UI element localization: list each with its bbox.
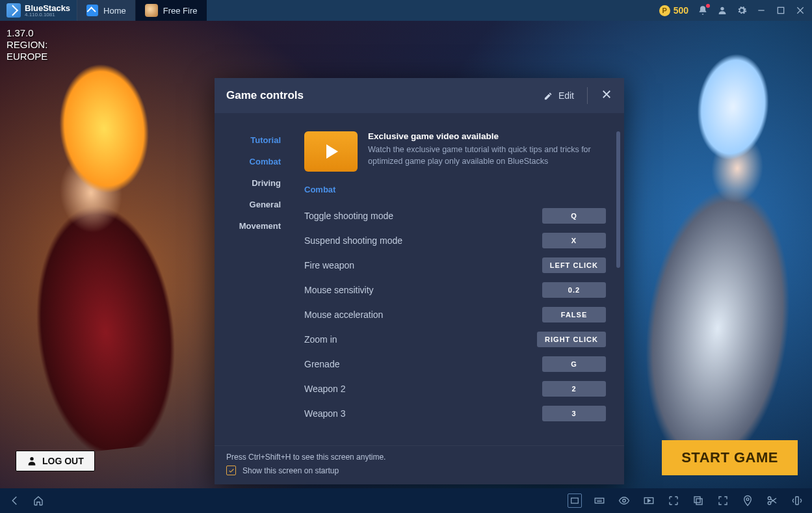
home-icon — [86, 5, 98, 16]
svg-rect-8 — [696, 499, 702, 505]
settings-gear-icon[interactable] — [737, 5, 747, 16]
video-thumbnail — [304, 131, 358, 172]
control-label: Mouse acceleration — [304, 309, 383, 320]
start-game-label: START GAME — [681, 449, 778, 466]
control-row: Mouse sensitivity 0.2 — [304, 278, 606, 302]
titlebar-right: P 500 — [659, 5, 812, 16]
edit-button[interactable]: Edit — [544, 90, 574, 101]
checkbox-label: Show this screen on startup — [242, 466, 339, 475]
tab-free-fire[interactable]: Free Fire — [135, 0, 207, 21]
logout-label: LOG OUT — [42, 456, 84, 466]
svg-rect-13 — [796, 497, 799, 505]
region-value: EUROPE — [7, 51, 47, 62]
svg-point-0 — [720, 7, 724, 10]
key-binding[interactable]: False — [542, 307, 606, 322]
copy-icon[interactable] — [691, 493, 705, 508]
section-heading-combat: Combat — [304, 185, 606, 194]
control-row: Toggle shooting mode Q — [304, 204, 606, 228]
control-row: Weapon 3 3 — [304, 401, 606, 426]
modal-nav: Tutorial Combat Driving General Movement — [215, 113, 291, 445]
control-row: Zoom in Right Click — [304, 327, 606, 352]
game-viewport: 1.37.0 REGION: EUROPE LOG OUT START GAME… — [0, 21, 812, 488]
nav-combat[interactable]: Combat — [250, 157, 291, 166]
start-game-button[interactable]: START GAME — [662, 440, 798, 475]
nav-movement[interactable]: Movement — [239, 221, 291, 231]
control-label: Weapon 2 — [304, 384, 346, 394]
fullscreen-icon[interactable] — [716, 493, 730, 508]
coin-amount: 500 — [674, 5, 688, 16]
key-binding[interactable]: 3 — [542, 406, 606, 421]
keyboard-icon[interactable] — [592, 493, 607, 508]
modal-body: Tutorial Combat Driving General Movement… — [215, 113, 624, 445]
scissors-icon[interactable] — [765, 493, 779, 508]
control-label: Mouse sensitivity — [304, 285, 374, 295]
key-binding[interactable]: Right Click — [537, 332, 606, 347]
control-row: Fire weapon Left Click — [304, 253, 606, 278]
modal-header: Game controls Edit — [215, 78, 624, 113]
system-bar-right — [568, 493, 804, 508]
app-version: 4.110.0.1081 — [25, 12, 70, 18]
bluestacks-logo-icon — [7, 3, 21, 18]
game-info-overlay: 1.37.0 REGION: EUROPE — [7, 27, 47, 62]
media-folder-icon[interactable] — [642, 493, 656, 508]
key-binding[interactable]: Q — [542, 208, 606, 224]
character-art-left — [0, 48, 241, 462]
coin-balance[interactable]: P 500 — [659, 5, 688, 16]
svg-rect-5 — [595, 498, 604, 503]
control-label: Fire weapon — [304, 260, 354, 270]
region-label: REGION: — [7, 39, 47, 51]
control-label: Suspend shooting mode — [304, 235, 402, 246]
brand-name: BlueStacks — [25, 4, 70, 12]
control-label: Toggle shooting mode — [304, 211, 393, 221]
game-controls-modal: Game controls Edit Tutorial Combat Drivi… — [215, 78, 624, 484]
eye-icon[interactable] — [617, 493, 631, 508]
toggle-overlay-icon[interactable] — [568, 493, 582, 508]
control-label: Grenade — [304, 359, 339, 369]
maximize-icon[interactable] — [776, 5, 786, 16]
key-binding[interactable]: Left Click — [542, 257, 606, 273]
close-window-icon[interactable] — [795, 5, 805, 16]
account-icon[interactable] — [717, 5, 727, 16]
svg-point-6 — [623, 499, 626, 503]
modal-footer: Press Ctrl+Shift+H to see this screen an… — [215, 445, 624, 484]
key-binding[interactable]: 0.2 — [542, 282, 606, 298]
tutorial-video-row[interactable]: Exclusive game video available Watch the… — [304, 131, 606, 172]
key-binding[interactable]: 2 — [542, 381, 606, 397]
svg-point-3 — [30, 457, 33, 460]
footer-hint: Press Ctrl+Shift+H to see this screen an… — [226, 453, 612, 462]
pencil-icon — [544, 91, 553, 101]
control-label: Zoom in — [304, 334, 337, 345]
startup-checkbox-row[interactable]: Show this screen on startup — [226, 466, 612, 475]
free-fire-icon — [145, 4, 158, 17]
screenshot-icon[interactable] — [666, 493, 681, 508]
nav-general[interactable]: General — [250, 200, 291, 209]
titlebar: BlueStacks 4.110.0.1081 Home Free Fire P… — [0, 0, 812, 21]
divider — [587, 87, 588, 104]
coin-icon: P — [659, 5, 670, 16]
close-icon — [601, 88, 612, 100]
modal-title: Game controls — [226, 89, 304, 102]
edit-label: Edit — [558, 90, 574, 101]
control-row: Mouse acceleration False — [304, 302, 606, 327]
location-icon[interactable] — [740, 493, 755, 508]
person-icon — [27, 456, 37, 466]
scrollbar-thumb[interactable] — [616, 131, 620, 268]
minimize-icon[interactable] — [756, 5, 766, 16]
nav-driving[interactable]: Driving — [252, 178, 291, 188]
tab-home[interactable]: Home — [77, 0, 135, 21]
key-binding[interactable]: X — [542, 233, 606, 248]
logout-button[interactable]: LOG OUT — [16, 451, 95, 471]
key-binding[interactable]: G — [542, 356, 606, 372]
tab-home-label: Home — [103, 6, 126, 16]
checkbox-icon — [226, 466, 236, 475]
shake-icon[interactable] — [790, 493, 804, 508]
nav-tutorial[interactable]: Tutorial — [250, 135, 291, 145]
home-nav-icon[interactable] — [31, 493, 46, 508]
tab-game-label: Free Fire — [163, 6, 198, 16]
notification-icon[interactable] — [698, 5, 708, 16]
close-modal-button[interactable] — [601, 88, 612, 103]
control-label: Weapon 3 — [304, 408, 346, 419]
back-icon[interactable] — [8, 493, 22, 508]
modal-content: Exclusive game video available Watch the… — [291, 113, 624, 445]
svg-rect-4 — [571, 498, 579, 503]
